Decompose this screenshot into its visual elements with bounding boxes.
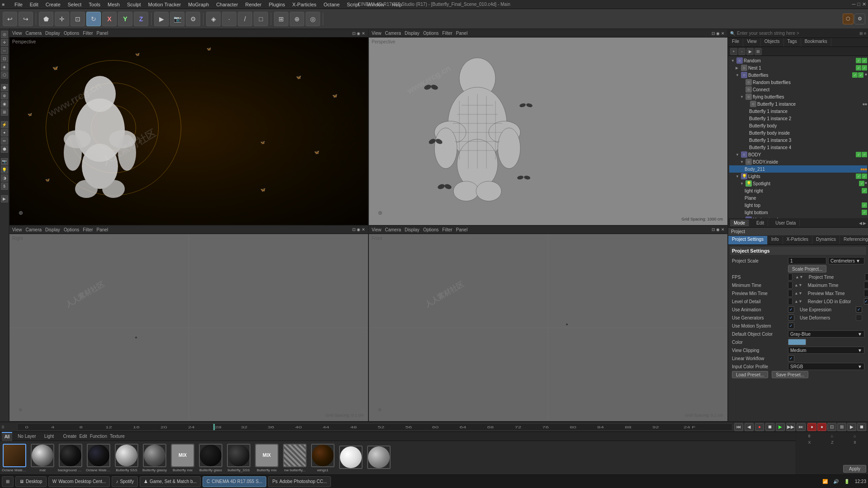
- mat-item-bfmix[interactable]: MIX Butterfly mix: [170, 444, 195, 472]
- vp1-camera[interactable]: Camera: [26, 31, 42, 36]
- solo-button[interactable]: ◎: [306, 12, 320, 26]
- menu-octane[interactable]: Octane: [322, 2, 341, 7]
- vis-l1[interactable]: ✓: [856, 174, 861, 179]
- vp3-options[interactable]: Options: [64, 227, 79, 232]
- val-fps[interactable]: [788, 273, 793, 281]
- render-btn-6[interactable]: ⏹: [857, 423, 866, 431]
- tool-move[interactable]: ✛: [1, 39, 8, 46]
- tab-edit[interactable]: Edit: [753, 220, 768, 226]
- taskbar-desktop[interactable]: 🖥 Desktop: [15, 476, 47, 487]
- axis-button[interactable]: ⊕: [290, 12, 304, 26]
- tree-bf1-2[interactable]: Butterfly 1 instance: [729, 108, 867, 115]
- tree-bf1[interactable]: ○ Butterfly 1 instance ■■: [729, 100, 867, 108]
- mat-thumb-octane[interactable]: [3, 444, 26, 467]
- viewport-front[interactable]: View Camera Display Options Filter Panel…: [368, 225, 728, 422]
- tool-brush[interactable]: ✏: [1, 137, 8, 145]
- vis-l2[interactable]: ✓: [862, 174, 867, 179]
- render-settings[interactable]: ⚙: [186, 12, 200, 26]
- dropdown-input-color[interactable]: SRGB ▼: [788, 363, 864, 370]
- scene-icon-1[interactable]: ⊞: [859, 31, 863, 36]
- snap-button[interactable]: ⊞: [274, 12, 288, 26]
- mat-item-octane[interactable]: Octane Material: [2, 444, 27, 472]
- mt-arrows[interactable]: ▲▼: [794, 283, 802, 287]
- viewport-wireframe[interactable]: View Camera Display Options Filter Panel…: [368, 29, 728, 225]
- redo-button[interactable]: ↪: [19, 12, 33, 26]
- vp3-view[interactable]: View: [12, 227, 22, 232]
- menu-file[interactable]: File: [13, 2, 24, 7]
- menu-character[interactable]: Character: [214, 2, 240, 7]
- menu-motion-tracker[interactable]: Motion Tracker: [146, 2, 183, 7]
- window-close[interactable]: ✕: [862, 1, 866, 7]
- taskbar-start[interactable]: ⊞: [2, 476, 14, 487]
- save-preset-btn[interactable]: Save Preset...: [772, 371, 808, 378]
- tool-dollar[interactable]: $: [1, 183, 8, 190]
- btn-record[interactable]: ●: [755, 423, 764, 431]
- mat-tab-light[interactable]: Light: [42, 432, 57, 441]
- vp1-options[interactable]: Options: [64, 31, 79, 36]
- btn-stop[interactable]: ⏹: [765, 423, 774, 431]
- render-btn-4[interactable]: ⊞: [837, 423, 846, 431]
- mat-thumb-bg[interactable]: [59, 444, 82, 467]
- tree-lights[interactable]: ▼ 💡 Lights ✓ ✓: [729, 173, 867, 180]
- tool-2[interactable]: ↔: [1, 47, 8, 54]
- vp3-panel[interactable]: Panel: [97, 227, 108, 232]
- mat-thumb-mat[interactable]: [31, 444, 54, 467]
- vp2-content[interactable]: www.rrcg.cn 人人素材社区: [369, 38, 727, 225]
- mat-item-stripe[interactable]: nw butterfly...: [282, 444, 307, 472]
- vp4-display[interactable]: Display: [405, 227, 420, 232]
- mat-item-mat[interactable]: mat: [30, 444, 55, 472]
- vp3-display[interactable]: Display: [45, 227, 60, 232]
- window-minimize[interactable]: ─: [852, 1, 856, 7]
- tool-anim[interactable]: ▶: [1, 195, 8, 202]
- tool-5[interactable]: ⬡: [1, 71, 8, 79]
- vp4-filter[interactable]: Filter: [442, 227, 452, 232]
- tool-3[interactable]: ⊡: [1, 55, 8, 62]
- render-to-picture[interactable]: 📷: [170, 12, 184, 26]
- mat-thumb-bfglass[interactable]: [143, 444, 166, 467]
- menu-mesh[interactable]: Mesh: [106, 2, 122, 7]
- render-btn-2[interactable]: ●: [817, 423, 826, 431]
- tree-body[interactable]: ▼ ○ BODY ✓ ✓: [729, 151, 867, 158]
- tool-9[interactable]: ⊞: [1, 108, 8, 116]
- vis-b1[interactable]: ✓: [852, 72, 858, 78]
- tree-bfbody[interactable]: Butterfly body: [729, 122, 867, 129]
- taskbar-cinema4d[interactable]: C CINEMA 4D R17.055 S...: [203, 476, 267, 487]
- vis-n2[interactable]: ✓: [862, 65, 867, 70]
- tree-btn-1[interactable]: +: [730, 48, 737, 55]
- menu-select[interactable]: Select: [66, 2, 84, 7]
- mat-thumb-dark[interactable]: [311, 444, 335, 467]
- tool-10[interactable]: ⚡: [1, 121, 8, 128]
- timeline-ruler[interactable]: 0 4 8 12 16 20 24 28 32 36 40 44 48 52 5…: [17, 423, 732, 431]
- vp2-camera[interactable]: Camera: [385, 31, 401, 36]
- render-btn-1[interactable]: ●: [807, 423, 816, 431]
- mat-tab-all[interactable]: All: [2, 432, 12, 441]
- mat-item-white[interactable]: [338, 446, 363, 470]
- val-min-time[interactable]: [788, 282, 793, 289]
- tree-bf1-4[interactable]: Butterfly 1 instance 3: [729, 136, 867, 144]
- mat-item-bg[interactable]: background proj...: [58, 444, 83, 472]
- render-btn-3[interactable]: ⊡: [827, 423, 836, 431]
- vp1-display[interactable]: Display: [45, 31, 60, 36]
- scene-icon-2[interactable]: ≡: [864, 31, 866, 36]
- vis-body2[interactable]: ✓: [862, 152, 867, 157]
- check-use-expr[interactable]: [856, 306, 862, 313]
- xyz-y[interactable]: Y: [118, 12, 132, 26]
- tab-user-data[interactable]: User Data: [772, 220, 800, 226]
- tab-tags[interactable]: Tags: [784, 38, 801, 47]
- mat-menu-create[interactable]: Create: [63, 434, 76, 439]
- vp1-filter[interactable]: Filter: [83, 31, 93, 36]
- check-use-def[interactable]: [856, 314, 862, 321]
- tool-6[interactable]: ⬟: [1, 84, 8, 91]
- xyz-z[interactable]: Z: [134, 12, 148, 26]
- vp2-panel[interactable]: Panel: [456, 31, 468, 36]
- tool-material[interactable]: ◑: [1, 174, 8, 182]
- mat-thumb-bfmix2[interactable]: MIX: [255, 444, 278, 467]
- live-select-button[interactable]: ⬟: [39, 12, 53, 26]
- menu-edit[interactable]: Edit: [28, 2, 40, 7]
- vis-lt1[interactable]: ✓: [862, 202, 867, 208]
- tree-bfbody-inside[interactable]: Butterfly body inside: [729, 129, 867, 136]
- attr-tab-xparticles[interactable]: X-Particles: [783, 236, 812, 244]
- render-view-button[interactable]: ▶: [154, 12, 169, 26]
- tree-bf1-5[interactable]: Butterfly 1 instance 4: [729, 144, 867, 151]
- mat-thumb-gray[interactable]: [367, 446, 391, 469]
